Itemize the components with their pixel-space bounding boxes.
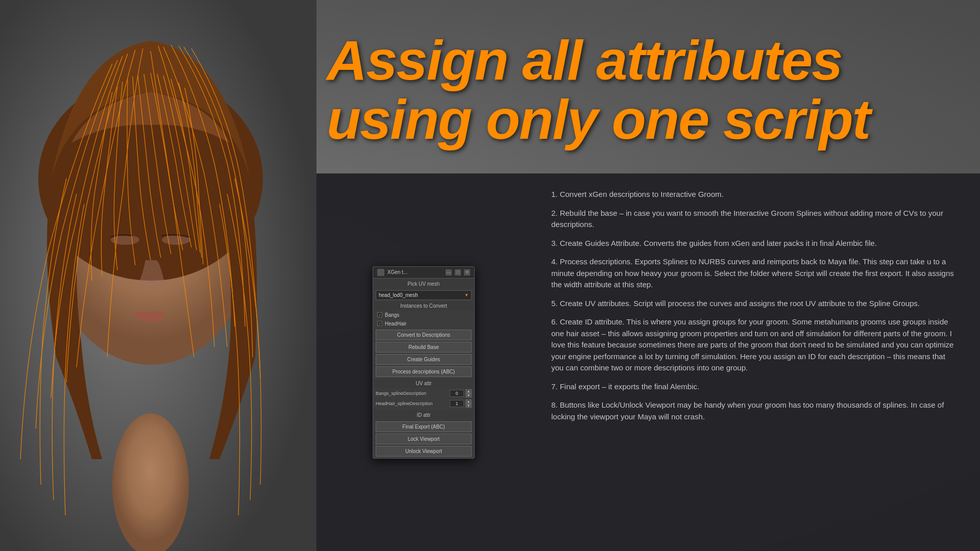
- xgen-window: XGen t... — □ ✕ Pick UV mesh he: [373, 266, 475, 459]
- mesh-value: head_lod0_mesh: [379, 292, 418, 298]
- unlock-viewport-button[interactable]: Unlock Viewport: [376, 446, 472, 457]
- title-line1: Assign all attributes: [327, 31, 970, 90]
- headhair-checkbox[interactable]: ✓: [377, 321, 382, 326]
- rebuild-base-button[interactable]: Rebuild Base: [376, 342, 472, 353]
- bangs-label: Bangs: [385, 312, 399, 318]
- desc-text-4: Process descriptions. Exports Splines to…: [551, 257, 954, 289]
- bangs-uv-input[interactable]: [450, 390, 464, 397]
- desc-item-6: 6. Create ID attribute. This is where yo…: [551, 316, 954, 374]
- desc-text-6: Create ID attribute. This is where you a…: [551, 317, 953, 372]
- dropdown-arrow-icon: ▼: [464, 293, 469, 297]
- bangs-uv-row: Bangs_splineDescription ▲ ▼: [373, 388, 474, 398]
- maximize-button[interactable]: □: [455, 269, 461, 276]
- xgen-body: Pick UV mesh head_lod0_mesh ▼ Instances …: [373, 279, 474, 457]
- headhair-uv-row: HeadHair_splineDescription ▲ ▼: [373, 398, 474, 409]
- desc-text-8: Buttons like Lock/Unlock Viewport may be…: [551, 400, 944, 421]
- desc-number-7: 7.: [551, 382, 558, 391]
- xgen-app-icon: [377, 269, 384, 276]
- checkbox-bangs[interactable]: ✓ Bangs: [373, 311, 474, 319]
- desc-text-5: Create UV attributes. Script will proces…: [560, 299, 920, 308]
- bangs-checkbox[interactable]: ✓: [377, 312, 382, 317]
- headhair-uv-spinners[interactable]: ▲ ▼: [465, 399, 472, 408]
- title-line2: using only one script: [327, 90, 970, 149]
- instances-label: Instances to Convert: [373, 301, 474, 311]
- xgen-controls[interactable]: — □ ✕: [446, 269, 470, 276]
- uv-attr-label: UV attr: [373, 379, 474, 388]
- xgen-titlebar: XGen t... — □ ✕: [373, 267, 474, 279]
- desc-number-4: 4.: [551, 257, 558, 266]
- desc-number-2: 2.: [551, 209, 558, 217]
- convert-to-descriptions-button[interactable]: Convert to Descriptions: [376, 330, 472, 340]
- desc-text-3: Create Guides Attribute. Converts the gu…: [560, 239, 877, 247]
- desc-item-3: 3. Create Guides Attribute. Converts the…: [551, 238, 954, 249]
- desc-item-7: 7. Final export – it exports the final A…: [551, 381, 954, 393]
- close-button[interactable]: ✕: [464, 269, 470, 276]
- desc-number-6: 6.: [551, 317, 558, 326]
- bangs-uv-label: Bangs_splineDescription: [376, 391, 448, 396]
- head-visualization: [0, 0, 316, 551]
- checkbox-headhair[interactable]: ✓ HeadHair: [373, 319, 474, 328]
- desc-item-4: 4. Process descriptions. Exports Splines…: [551, 256, 954, 291]
- id-attr-label: ID attr: [373, 410, 474, 420]
- xgen-window-title: XGen t...: [387, 269, 407, 275]
- mesh-dropdown[interactable]: head_lod0_mesh ▼: [376, 290, 472, 300]
- dialog-panel: XGen t... — □ ✕ Pick UV mesh he: [316, 173, 531, 551]
- bangs-uv-down[interactable]: ▼: [465, 393, 472, 397]
- svg-point-1: [112, 413, 189, 551]
- pick-uv-label: Pick UV mesh: [373, 279, 474, 289]
- desc-number-1: 1.: [551, 190, 558, 198]
- description-panel: 1. Convert xGen descriptions to Interact…: [531, 173, 980, 551]
- create-guides-button[interactable]: Create Guides: [376, 354, 472, 365]
- desc-item-8: 8. Buttons like Lock/Unlock Viewport may…: [551, 399, 954, 422]
- desc-number-3: 3.: [551, 239, 558, 247]
- desc-item-2: 2. Rebuild the base – in case you want t…: [551, 208, 954, 231]
- final-export-button[interactable]: Final Export (ABC): [376, 421, 472, 432]
- headhair-uv-down[interactable]: ▼: [465, 404, 472, 408]
- minimize-button[interactable]: —: [446, 269, 452, 276]
- lock-viewport-button[interactable]: Lock Viewport: [376, 434, 472, 444]
- xgen-title-left: XGen t...: [377, 269, 407, 276]
- desc-number-5: 5.: [551, 299, 558, 308]
- desc-number-8: 8.: [551, 400, 558, 409]
- bangs-uv-spinners[interactable]: ▲ ▼: [465, 389, 472, 397]
- bottom-panel: XGen t... — □ ✕ Pick UV mesh he: [316, 173, 980, 551]
- headhair-uv-up[interactable]: ▲: [465, 399, 472, 404]
- title-area: Assign all attributes using only one scr…: [327, 31, 970, 148]
- headhair-label: HeadHair: [385, 321, 406, 327]
- mesh-dropdown-row: head_lod0_mesh ▼: [373, 289, 474, 301]
- descriptions-list: 1. Convert xGen descriptions to Interact…: [551, 189, 954, 422]
- process-descriptions-button[interactable]: Process descriptions (ABC): [376, 366, 472, 377]
- bangs-uv-up[interactable]: ▲: [465, 389, 472, 393]
- desc-text-1: Convert xGen descriptions to Interactive…: [560, 190, 724, 198]
- desc-item-1: 1. Convert xGen descriptions to Interact…: [551, 189, 954, 201]
- right-content: Assign all attributes using only one scr…: [316, 0, 980, 551]
- headhair-uv-label: HeadHair_splineDescription: [376, 401, 448, 406]
- desc-text-7: Final export – it exports the final Alem…: [560, 382, 699, 391]
- title-text: Assign all attributes using only one scr…: [327, 31, 970, 148]
- desc-item-5: 5. Create UV attributes. Script will pro…: [551, 298, 954, 310]
- desc-text-2: Rebuild the base – in case you want to s…: [551, 209, 943, 229]
- headhair-uv-input[interactable]: [450, 400, 464, 407]
